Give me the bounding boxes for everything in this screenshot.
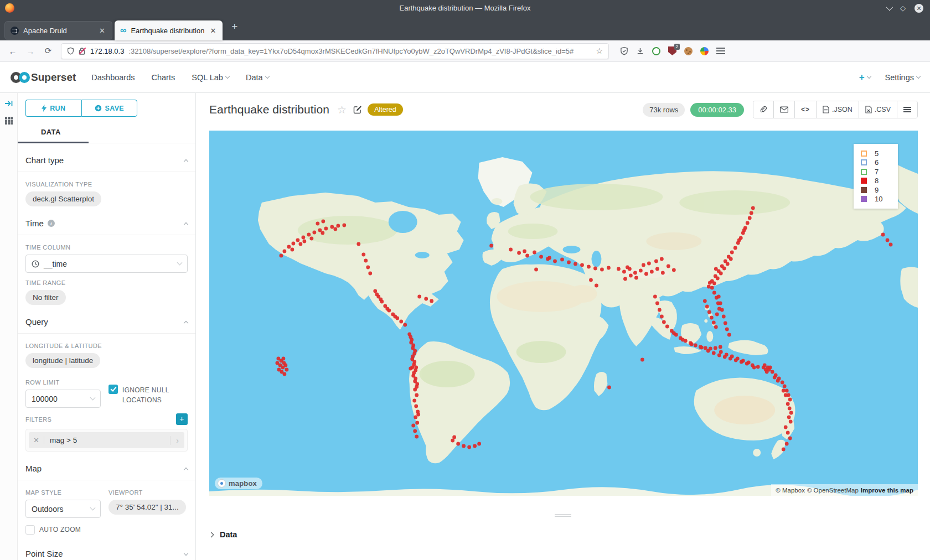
datasource-grid-icon[interactable] — [4, 116, 13, 125]
legend-swatch-icon — [861, 151, 867, 157]
attribution-mapbox[interactable]: © Mapbox — [776, 487, 805, 494]
extension-ublock-icon[interactable]: 2 — [668, 46, 676, 55]
new-tab-button[interactable]: + — [225, 20, 244, 36]
extension-colorful-icon[interactable] — [700, 47, 709, 55]
nav-item-charts[interactable]: Charts — [152, 73, 175, 82]
panel-resize-handle[interactable] — [555, 512, 571, 518]
superset-infinity-icon — [10, 71, 31, 84]
lonlat-label: LONGITUDE & LATITUDE — [25, 343, 188, 349]
remove-filter-icon[interactable]: ✕ — [29, 436, 44, 444]
nav-item-dashboards[interactable]: Dashboards — [91, 73, 135, 82]
forward-button[interactable]: → — [23, 44, 38, 58]
downloads-icon[interactable] — [636, 47, 644, 55]
viz-type-pill[interactable]: deck.gl Scatterplot — [25, 191, 101, 206]
viewport-pill[interactable]: 7° 35' 54.02" | 31... — [108, 500, 186, 515]
map-style-select[interactable]: Outdoors — [25, 500, 101, 518]
reload-button[interactable]: ⟳ — [41, 44, 55, 58]
legend-label: 6 — [875, 158, 879, 167]
nav-item-sql-lab[interactable]: SQL Lab — [192, 73, 229, 82]
query-timer-badge: 00:00:02.33 — [690, 103, 744, 117]
panel-tabs: DATA — [18, 125, 195, 143]
lonlat-pill[interactable]: longitude | latitude — [25, 353, 100, 368]
email-share-button[interactable] — [774, 101, 795, 118]
export-csv-button[interactable]: .CSV — [859, 101, 897, 118]
improve-map-link[interactable]: Improve this map — [861, 487, 913, 494]
window-close-button[interactable]: ✕ — [914, 4, 923, 13]
chevron-down-icon — [90, 395, 96, 401]
extension-cookie-icon[interactable] — [684, 47, 693, 55]
ignore-null-checkbox-row[interactable]: IGNORE NULLLOCATIONS — [108, 385, 188, 405]
auto-zoom-checkbox-row[interactable]: AUTO ZOOM — [25, 525, 101, 535]
clock-icon — [32, 260, 39, 268]
map-style-label: MAP STYLE — [25, 489, 101, 496]
time-column-select[interactable]: __time — [25, 255, 188, 273]
embed-code-button[interactable]: <> — [795, 101, 817, 118]
bookmark-star-icon[interactable]: ☆ — [596, 46, 603, 55]
legend-item-10[interactable]: 10 — [861, 195, 898, 204]
section-time[interactable]: Timei — [25, 219, 188, 235]
plus-circle-icon — [95, 105, 102, 112]
edit-properties-icon[interactable] — [353, 105, 362, 114]
export-json-button[interactable]: .JSON — [817, 101, 859, 118]
superset-logo[interactable] — [10, 71, 31, 84]
chart-container: Earthquake distribution ☆ Altered 73k ro… — [196, 93, 930, 560]
extension-green-icon[interactable] — [652, 47, 660, 55]
nav-item-data[interactable]: Data — [246, 73, 269, 82]
new-item-button[interactable]: + — [859, 72, 871, 83]
tab-data[interactable]: DATA — [41, 128, 61, 136]
favorite-star-icon[interactable]: ☆ — [337, 103, 347, 116]
legend-label: 7 — [875, 168, 879, 176]
attribution-osm[interactable]: © OpenStreetMap — [807, 487, 859, 494]
section-map[interactable]: Map — [25, 464, 188, 480]
checkbox-unchecked-icon[interactable] — [25, 525, 35, 535]
run-button[interactable]: RUN — [25, 100, 81, 117]
url-path: :32108/superset/explore/?form_data_key=1… — [128, 47, 591, 55]
tab-close-icon[interactable]: ✕ — [98, 27, 106, 35]
section-point-size[interactable]: Point Size — [25, 549, 188, 560]
add-filter-button[interactable]: + — [176, 413, 188, 425]
map-legend[interactable]: 5678910 — [854, 144, 898, 209]
data-panel-toggle[interactable]: Data — [209, 527, 918, 539]
expand-filter-icon[interactable]: › — [170, 436, 184, 445]
window-minimize-button[interactable] — [886, 4, 893, 11]
time-range-pill[interactable]: No filter — [25, 290, 66, 305]
window-maximize-button[interactable]: ◇ — [900, 4, 906, 12]
altered-badge[interactable]: Altered — [368, 103, 403, 116]
chart-menu-button[interactable] — [897, 101, 917, 118]
tab-label: Earthquake distribution — [131, 27, 204, 35]
filter-pill[interactable]: ✕ mag > 5 › — [29, 432, 184, 448]
insecure-lock-icon[interactable] — [79, 47, 86, 55]
section-chart-type[interactable]: Chart type — [25, 155, 188, 172]
settings-menu[interactable]: Settings — [885, 73, 920, 82]
chevron-up-icon — [184, 467, 188, 471]
tab-close-icon[interactable]: ✕ — [209, 27, 217, 35]
protections-shield-icon[interactable] — [620, 46, 628, 55]
checkbox-checked-icon[interactable] — [108, 385, 118, 394]
legend-label: 8 — [875, 177, 879, 185]
expand-datasource-icon[interactable] — [4, 100, 13, 107]
superset-brand[interactable]: Superset — [31, 71, 76, 84]
browser-tab-apache-druid[interactable]: Apache Druid ✕ — [4, 21, 112, 40]
url-bar[interactable]: 172.18.0.3:32108/superset/explore/?form_… — [61, 43, 609, 59]
legend-item-9[interactable]: 9 — [861, 185, 898, 195]
row-limit-select[interactable]: 100000 — [25, 390, 101, 408]
chevron-down-icon — [184, 551, 188, 555]
browser-menu-icon[interactable] — [716, 48, 725, 54]
section-query[interactable]: Query — [25, 317, 188, 333]
active-tab-indicator — [18, 142, 89, 143]
deckgl-map[interactable]: 5678910 mapbox © Mapbox © OpenStreetMap … — [209, 131, 918, 496]
tab-label: Apache Druid — [23, 27, 94, 35]
browser-tab-earthquake-distribution[interactable]: ∞ Earthquake distribution ✕ — [115, 20, 223, 40]
mapbox-logo-icon — [218, 479, 226, 488]
legend-item-8[interactable]: 8 — [861, 177, 898, 186]
save-button[interactable]: SAVE — [81, 100, 138, 117]
legend-swatch-icon — [861, 187, 867, 193]
copy-link-button[interactable] — [753, 101, 774, 118]
back-button[interactable]: ← — [6, 44, 20, 58]
legend-item-7[interactable]: 7 — [861, 167, 898, 177]
legend-item-5[interactable]: 5 — [861, 149, 898, 158]
legend-item-6[interactable]: 6 — [861, 158, 898, 168]
mapbox-logo[interactable]: mapbox — [215, 478, 262, 489]
superset-favicon-icon: ∞ — [120, 26, 126, 35]
tracking-shield-icon[interactable] — [67, 47, 74, 55]
